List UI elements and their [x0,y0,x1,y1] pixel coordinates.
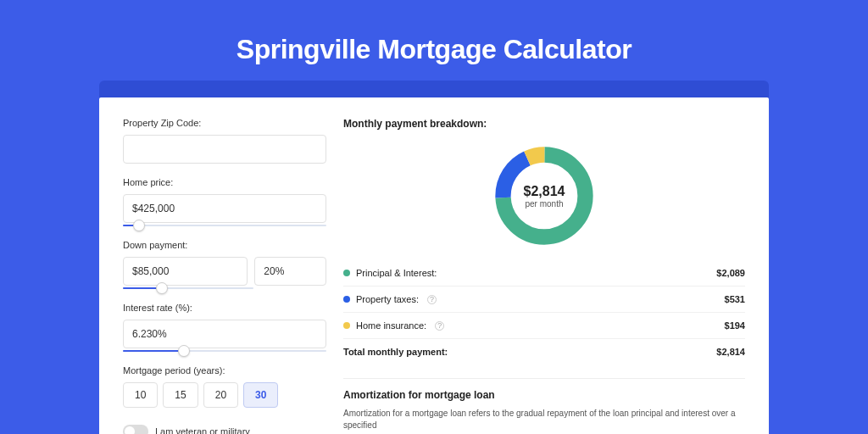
legend-label-taxes: Property taxes: [356,294,419,304]
input-form: Property Zip Code: Home price: Down paym… [123,118,326,434]
interest-slider[interactable] [123,350,326,352]
breakdown-legend: Principal & Interest: $2,089 Property ta… [343,260,745,364]
info-icon[interactable]: ? [427,295,437,304]
donut-center-value: $2,814 [524,184,565,199]
period-btn-10[interactable]: 10 [123,382,158,408]
down-payment-amount-input[interactable] [123,257,248,286]
amortization-title: Amortization for mortgage loan [343,389,745,401]
down-payment-pct-input[interactable] [254,257,326,286]
legend-value-taxes: $531 [725,294,745,304]
home-price-input[interactable] [123,194,326,223]
legend-value-insurance: $194 [725,320,745,331]
zip-input[interactable] [123,135,326,164]
interest-input[interactable] [123,320,326,348]
breakdown-title: Monthly payment breakdown: [343,118,745,130]
page-title: Springville Mortgage Calculator [0,34,868,65]
divider [343,378,745,379]
info-icon[interactable]: ? [435,321,444,331]
home-price-label: Home price: [123,177,326,187]
period-btn-15[interactable]: 15 [163,382,198,408]
slider-thumb[interactable] [178,345,190,357]
legend-value-total: $2,814 [716,347,745,357]
swatch-insurance [343,322,350,329]
period-btn-20[interactable]: 20 [203,382,238,408]
legend-label-principal: Principal & Interest: [356,268,437,278]
period-label: Mortgage period (years): [123,365,326,376]
payment-donut-chart: $2,814 per month [490,142,598,250]
legend-label-total: Total monthly payment: [343,347,448,357]
period-btn-30[interactable]: 30 [243,382,278,408]
home-price-slider[interactable] [123,225,326,226]
interest-label: Interest rate (%): [123,303,326,313]
veteran-toggle[interactable] [123,425,148,434]
amortization-text: Amortization for a mortgage loan refers … [343,408,745,431]
swatch-taxes [343,296,350,303]
down-payment-slider[interactable] [123,287,253,289]
period-options: 10 15 20 30 [123,382,326,408]
toggle-knob [125,426,135,434]
swatch-principal [343,270,350,276]
down-payment-label: Down payment: [123,240,326,250]
legend-label-insurance: Home insurance: [356,320,426,331]
calculator-frame: Property Zip Code: Home price: Down paym… [99,81,769,434]
breakdown-panel: Monthly payment breakdown: $2,814 per mo… [343,118,745,434]
legend-value-principal: $2,089 [716,268,745,278]
veteran-label: I am veteran or military [155,426,250,434]
slider-thumb[interactable] [133,220,145,231]
zip-label: Property Zip Code: [123,118,326,128]
slider-thumb[interactable] [156,282,168,294]
donut-center-sub: per month [524,199,565,209]
